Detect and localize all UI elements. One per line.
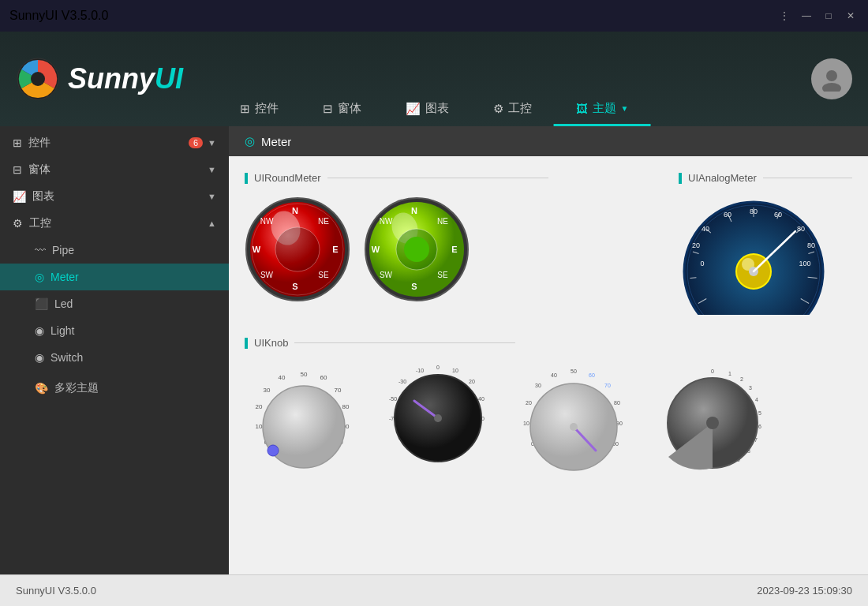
switch-icon: ◉ — [35, 351, 44, 364]
knob-2: 0 10 20 40 60 80 100 -10 -30 -50 -70 -80… — [379, 361, 497, 480]
menu-button[interactable]: ⋮ — [776, 8, 792, 24]
meter-section-icon: ◎ — [245, 134, 255, 148]
sidebar-item-led[interactable]: ⬛ Led — [0, 290, 229, 317]
svg-text:2: 2 — [740, 376, 743, 382]
svg-text:S: S — [292, 282, 297, 291]
sidebar-item-light[interactable]: ◉ Light — [0, 317, 229, 344]
grid-icon: ⊞ — [240, 102, 250, 116]
nav-tabs: ⊞ 控件 ⊟ 窗体 📈 图表 ⚙ 工控 🖼 主题 ▼ — [218, 93, 651, 126]
svg-text:50: 50 — [571, 368, 577, 374]
svg-point-3 — [822, 83, 841, 92]
window-icon: ⊟ — [323, 102, 333, 116]
svg-text:10: 10 — [523, 421, 529, 426]
palette-icon: 🎨 — [35, 382, 48, 395]
svg-text:60: 60 — [589, 372, 595, 378]
header: SunnyUI ⊞ 控件 ⊟ 窗体 📈 图表 ⚙ 工控 🖼 主题 ▼ — [0, 32, 868, 126]
light-icon: ◉ — [35, 324, 44, 337]
meter-icon: ◎ — [35, 271, 44, 283]
svg-text:100: 100 — [799, 260, 810, 267]
round-meter-green: N S W E NW NE SW SE — [364, 196, 470, 303]
svg-text:80: 80 — [797, 225, 805, 233]
chevron-down-icon: ▼ — [621, 104, 629, 113]
svg-text:60: 60 — [320, 374, 327, 381]
svg-text:5: 5 — [758, 410, 761, 416]
logo-text-accent: UI — [155, 62, 183, 95]
sidebar-group-controls[interactable]: ⊞ 控件 6 ▼ — [0, 129, 229, 156]
chevron-down-icon: ▼ — [208, 192, 216, 201]
svg-text:60: 60 — [724, 211, 731, 219]
svg-text:0: 0 — [436, 365, 440, 370]
footer-right: 2023-09-23 15:09:30 — [757, 585, 852, 597]
content-body: UIRoundMeter — [229, 156, 868, 496]
pipe-icon: 〰 — [35, 244, 46, 256]
svg-text:10: 10 — [452, 368, 458, 373]
footer-left: SunnyUI V3.5.0.0 — [16, 585, 96, 597]
svg-text:60: 60 — [774, 211, 782, 219]
sidebar-item-colorful-theme[interactable]: 🎨 多彩主题 — [0, 374, 229, 402]
app-title: SunnyUI V3.5.0.0 — [9, 9, 108, 23]
svg-text:50: 50 — [301, 371, 308, 378]
svg-text:1: 1 — [728, 371, 731, 376]
svg-text:20: 20 — [692, 241, 700, 249]
svg-text:3: 3 — [749, 385, 752, 391]
industrial-icon: ⚙ — [493, 102, 503, 116]
svg-point-1 — [31, 72, 45, 86]
svg-text:40: 40 — [478, 396, 485, 402]
user-avatar[interactable] — [811, 58, 852, 99]
svg-text:0: 0 — [711, 368, 714, 374]
svg-text:30: 30 — [535, 383, 541, 388]
content-area: ◎ Meter UIRoundMeter — [229, 126, 868, 574]
svg-text:-50: -50 — [389, 396, 397, 402]
theme-icon: 🖼 — [576, 102, 588, 115]
logo-text: SunnyUI — [68, 62, 183, 95]
sidebar-item-meter[interactable]: ◎ Meter — [0, 264, 229, 290]
svg-text:SW: SW — [380, 271, 393, 279]
content-title: Meter — [261, 135, 291, 148]
knob-section: UIKnob 50 60 70 — [245, 337, 852, 480]
sidebar-group-charts[interactable]: 📈 图表 ▼ — [0, 183, 229, 210]
chevron-down-icon: ▼ — [208, 138, 216, 148]
close-button[interactable]: ✕ — [843, 8, 859, 24]
logo-text-main: Sunny — [68, 62, 155, 95]
window-controls: ⋮ — □ ✕ — [776, 8, 859, 24]
sidebar-group-windows[interactable]: ⊟ 窗体 ▼ — [0, 156, 229, 183]
analog-meter-label: UIAnalogMeter — [679, 172, 852, 184]
svg-text:20: 20 — [469, 379, 475, 384]
svg-text:30: 30 — [264, 387, 271, 394]
analog-meter-section: UIAnalogMeter — [679, 172, 852, 318]
analog-meter-svg: 0 20 40 60 80 60 80 80 100 — [679, 196, 829, 315]
sidebar-group-industrial[interactable]: ⚙ 工控 ▲ — [0, 210, 229, 237]
nav-tab-windows[interactable]: ⊟ 窗体 — [301, 93, 383, 126]
knob-3: 50 60 70 80 90 100 40 30 20 10 0 — [513, 364, 635, 478]
nav-tab-charts[interactable]: 📈 图表 — [383, 93, 471, 126]
nav-tab-theme[interactable]: 🖼 主题 ▼ — [554, 93, 651, 126]
svg-text:-10: -10 — [416, 368, 424, 373]
svg-text:40: 40 — [279, 374, 286, 381]
svg-text:NW: NW — [380, 217, 393, 226]
svg-text:4: 4 — [755, 397, 758, 402]
chart-icon: 📈 — [406, 102, 421, 116]
svg-text:SE: SE — [437, 271, 448, 279]
svg-text:E: E — [451, 245, 457, 254]
logo-icon — [16, 57, 60, 101]
svg-point-29 — [404, 237, 429, 262]
sidebar: ⊞ 控件 6 ▼ ⊟ 窗体 ▼ 📈 图表 ▼ — [0, 126, 229, 574]
nav-tab-industrial[interactable]: ⚙ 工控 — [471, 93, 554, 126]
svg-text:SE: SE — [318, 271, 329, 279]
nav-tab-controls[interactable]: ⊞ 控件 — [218, 93, 301, 126]
controls-badge: 6 — [189, 137, 203, 148]
svg-text:10: 10 — [256, 423, 263, 430]
main-layout: ⊞ 控件 6 ▼ ⊟ 窗体 ▼ 📈 图表 ▼ — [0, 126, 868, 574]
sidebar-item-switch[interactable]: ◉ Switch — [0, 344, 229, 371]
minimize-button[interactable]: — — [799, 8, 814, 24]
svg-text:6: 6 — [758, 424, 761, 429]
svg-point-16 — [275, 227, 320, 271]
knob-1: 50 60 70 80 90 100 40 30 20 10 0 — [245, 365, 363, 476]
svg-text:E: E — [332, 245, 338, 254]
maximize-button[interactable]: □ — [821, 8, 836, 24]
sidebar-item-pipe[interactable]: 〰 Pipe — [0, 237, 229, 264]
svg-text:SW: SW — [260, 271, 274, 279]
knob-4: 0 1 2 3 4 5 6 7 8 9 10 — [651, 364, 773, 478]
svg-text:W: W — [253, 245, 261, 254]
chart-icon: 📈 — [13, 190, 26, 203]
